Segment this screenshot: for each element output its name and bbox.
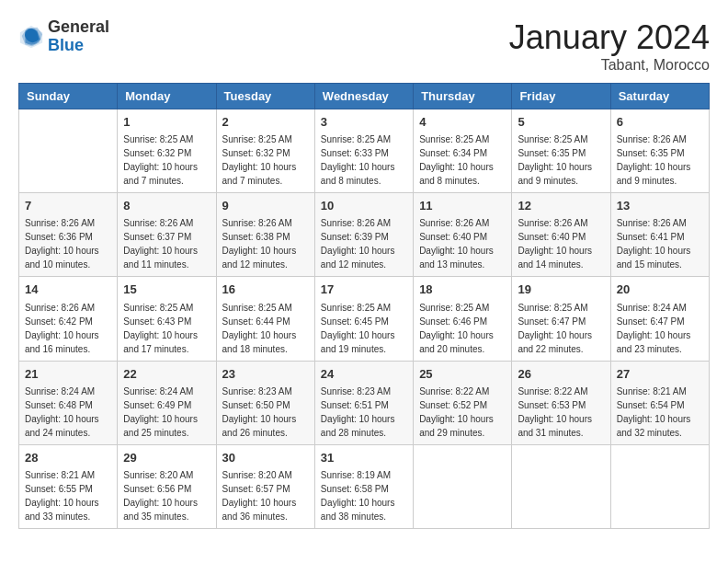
day-number: 7	[25, 198, 111, 214]
day-info: Sunrise: 8:25 AMSunset: 6:33 PMDaylight:…	[321, 132, 407, 188]
day-info: Sunrise: 8:20 AMSunset: 6:57 PMDaylight:…	[222, 468, 309, 523]
calendar-cell	[19, 109, 118, 193]
calendar-cell: 30Sunrise: 8:20 AMSunset: 6:57 PMDayligh…	[216, 444, 314, 528]
day-info: Sunrise: 8:25 AMSunset: 6:44 PMDaylight:…	[222, 301, 309, 356]
calendar-cell: 18Sunrise: 8:25 AMSunset: 6:46 PMDayligh…	[414, 277, 512, 361]
day-number: 22	[123, 366, 210, 383]
calendar-cell: 11Sunrise: 8:26 AMSunset: 6:40 PMDayligh…	[414, 193, 512, 277]
header-wednesday: Wednesday	[314, 84, 413, 109]
day-number: 20	[617, 282, 703, 298]
calendar-cell: 16Sunrise: 8:25 AMSunset: 6:44 PMDayligh…	[216, 277, 314, 361]
header-friday: Friday	[512, 84, 610, 109]
calendar-week-2: 7Sunrise: 8:26 AMSunset: 6:36 PMDaylight…	[19, 193, 710, 277]
day-info: Sunrise: 8:26 AMSunset: 6:39 PMDaylight:…	[321, 216, 407, 271]
calendar-cell: 23Sunrise: 8:23 AMSunset: 6:50 PMDayligh…	[216, 361, 314, 444]
header-monday: Monday	[118, 84, 216, 109]
day-number: 14	[25, 282, 111, 298]
day-number: 16	[222, 282, 309, 298]
day-number: 28	[25, 450, 111, 466]
day-info: Sunrise: 8:25 AMSunset: 6:32 PMDaylight:…	[222, 132, 309, 188]
day-number: 23	[222, 366, 309, 383]
logo-blue: Blue	[48, 37, 109, 55]
day-number: 1	[123, 114, 210, 131]
calendar-cell: 26Sunrise: 8:22 AMSunset: 6:53 PMDayligh…	[512, 361, 610, 444]
calendar-cell: 28Sunrise: 8:21 AMSunset: 6:55 PMDayligh…	[19, 444, 118, 528]
calendar-cell: 6Sunrise: 8:26 AMSunset: 6:35 PMDaylight…	[610, 109, 709, 193]
day-info: Sunrise: 8:26 AMSunset: 6:41 PMDaylight:…	[617, 216, 703, 271]
calendar-cell: 2Sunrise: 8:25 AMSunset: 6:32 PMDaylight…	[216, 109, 314, 193]
day-number: 29	[123, 450, 210, 466]
logo: General Blue	[18, 18, 109, 55]
calendar-cell: 7Sunrise: 8:26 AMSunset: 6:36 PMDaylight…	[19, 193, 118, 277]
day-info: Sunrise: 8:25 AMSunset: 6:32 PMDaylight:…	[123, 132, 210, 188]
calendar-cell: 22Sunrise: 8:24 AMSunset: 6:49 PMDayligh…	[118, 361, 216, 444]
day-info: Sunrise: 8:25 AMSunset: 6:45 PMDaylight:…	[321, 301, 407, 356]
logo-icon	[18, 24, 44, 50]
calendar-cell: 4Sunrise: 8:25 AMSunset: 6:34 PMDaylight…	[414, 109, 512, 193]
calendar-cell: 8Sunrise: 8:26 AMSunset: 6:37 PMDaylight…	[118, 193, 216, 277]
calendar-table: SundayMondayTuesdayWednesdayThursdayFrid…	[18, 83, 710, 529]
logo-text: General Blue	[48, 18, 109, 55]
calendar-week-3: 14Sunrise: 8:26 AMSunset: 6:42 PMDayligh…	[19, 277, 710, 361]
day-number: 17	[321, 282, 407, 298]
location-subtitle: Tabant, Morocco	[509, 57, 710, 74]
day-number: 19	[518, 282, 604, 298]
day-number: 8	[123, 198, 210, 214]
calendar-cell: 15Sunrise: 8:25 AMSunset: 6:43 PMDayligh…	[118, 277, 216, 361]
day-info: Sunrise: 8:26 AMSunset: 6:36 PMDaylight:…	[25, 216, 111, 271]
day-number: 5	[518, 114, 604, 131]
day-info: Sunrise: 8:21 AMSunset: 6:54 PMDaylight:…	[617, 385, 703, 440]
day-number: 3	[321, 114, 407, 131]
day-number: 10	[321, 198, 407, 214]
day-info: Sunrise: 8:26 AMSunset: 6:37 PMDaylight:…	[123, 216, 210, 271]
day-info: Sunrise: 8:26 AMSunset: 6:38 PMDaylight:…	[222, 216, 309, 271]
day-info: Sunrise: 8:25 AMSunset: 6:34 PMDaylight:…	[419, 132, 506, 188]
calendar-cell	[414, 444, 512, 528]
header-tuesday: Tuesday	[216, 84, 314, 109]
header-thursday: Thursday	[414, 84, 512, 109]
calendar-cell: 24Sunrise: 8:23 AMSunset: 6:51 PMDayligh…	[314, 361, 413, 444]
calendar-cell: 31Sunrise: 8:19 AMSunset: 6:58 PMDayligh…	[314, 444, 413, 528]
calendar-cell: 17Sunrise: 8:25 AMSunset: 6:45 PMDayligh…	[314, 277, 413, 361]
calendar-week-4: 21Sunrise: 8:24 AMSunset: 6:48 PMDayligh…	[19, 361, 710, 444]
day-info: Sunrise: 8:26 AMSunset: 6:42 PMDaylight:…	[25, 301, 111, 356]
calendar-cell: 25Sunrise: 8:22 AMSunset: 6:52 PMDayligh…	[414, 361, 512, 444]
day-number: 27	[617, 366, 703, 383]
header-saturday: Saturday	[610, 84, 709, 109]
calendar-cell: 9Sunrise: 8:26 AMSunset: 6:38 PMDaylight…	[216, 193, 314, 277]
day-info: Sunrise: 8:23 AMSunset: 6:50 PMDaylight:…	[222, 385, 309, 440]
calendar-week-1: 1Sunrise: 8:25 AMSunset: 6:32 PMDaylight…	[19, 109, 710, 193]
calendar-cell	[610, 444, 709, 528]
day-number: 12	[518, 198, 604, 214]
day-info: Sunrise: 8:21 AMSunset: 6:55 PMDaylight:…	[25, 468, 111, 523]
day-info: Sunrise: 8:26 AMSunset: 6:40 PMDaylight:…	[518, 216, 604, 271]
calendar-header-row: SundayMondayTuesdayWednesdayThursdayFrid…	[19, 84, 710, 109]
day-info: Sunrise: 8:22 AMSunset: 6:53 PMDaylight:…	[518, 385, 604, 440]
day-info: Sunrise: 8:20 AMSunset: 6:56 PMDaylight:…	[123, 468, 210, 523]
calendar-cell: 27Sunrise: 8:21 AMSunset: 6:54 PMDayligh…	[610, 361, 709, 444]
calendar-cell: 29Sunrise: 8:20 AMSunset: 6:56 PMDayligh…	[118, 444, 216, 528]
title-block: January 2024 Tabant, Morocco	[509, 18, 710, 74]
day-info: Sunrise: 8:26 AMSunset: 6:40 PMDaylight:…	[419, 216, 506, 271]
logo-general: General	[48, 18, 109, 37]
day-number: 18	[419, 282, 506, 298]
calendar-cell: 10Sunrise: 8:26 AMSunset: 6:39 PMDayligh…	[314, 193, 413, 277]
day-info: Sunrise: 8:22 AMSunset: 6:52 PMDaylight:…	[419, 385, 506, 440]
calendar-cell: 13Sunrise: 8:26 AMSunset: 6:41 PMDayligh…	[610, 193, 709, 277]
day-number: 15	[123, 282, 210, 298]
day-number: 21	[25, 366, 111, 383]
day-number: 30	[222, 450, 309, 466]
calendar-cell: 3Sunrise: 8:25 AMSunset: 6:33 PMDaylight…	[314, 109, 413, 193]
day-number: 11	[419, 198, 506, 214]
day-number: 6	[617, 114, 703, 131]
day-number: 4	[419, 114, 506, 131]
calendar-cell: 20Sunrise: 8:24 AMSunset: 6:47 PMDayligh…	[610, 277, 709, 361]
day-info: Sunrise: 8:24 AMSunset: 6:48 PMDaylight:…	[25, 385, 111, 440]
calendar-week-5: 28Sunrise: 8:21 AMSunset: 6:55 PMDayligh…	[19, 444, 710, 528]
calendar-cell: 12Sunrise: 8:26 AMSunset: 6:40 PMDayligh…	[512, 193, 610, 277]
calendar-cell	[512, 444, 610, 528]
calendar-cell: 19Sunrise: 8:25 AMSunset: 6:47 PMDayligh…	[512, 277, 610, 361]
day-number: 2	[222, 114, 309, 131]
page-header: General Blue January 2024 Tabant, Morocc…	[18, 18, 710, 74]
day-info: Sunrise: 8:25 AMSunset: 6:43 PMDaylight:…	[123, 301, 210, 356]
